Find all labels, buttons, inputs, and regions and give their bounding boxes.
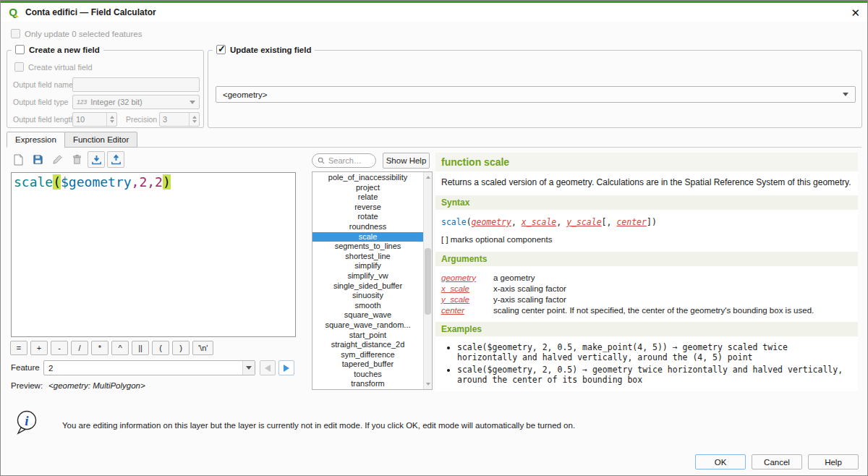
export-expressions-button[interactable]	[107, 151, 124, 168]
function-list-item[interactable]: simplify	[312, 261, 423, 271]
operator-button[interactable]: ||	[132, 341, 149, 355]
chevron-down-icon	[246, 366, 252, 370]
existing-field-value: <geometry>	[223, 90, 267, 99]
syntax-token: scale	[441, 217, 467, 227]
function-list-item[interactable]: tapered_buffer	[312, 360, 423, 370]
operator-button[interactable]: (	[152, 341, 169, 355]
output-field-name-label: Output field name	[13, 80, 73, 89]
argument-description: a geometry	[493, 272, 814, 283]
import-expressions-button[interactable]	[88, 151, 105, 168]
expression-token: ,	[147, 174, 155, 190]
function-list-item[interactable]: reverse	[312, 203, 423, 213]
argument-name: geometry	[441, 272, 493, 283]
function-list-item[interactable]: touches	[312, 370, 423, 380]
ok-button[interactable]: OK	[695, 454, 746, 469]
output-field-length-spinner: 10	[72, 112, 117, 127]
function-list-item[interactable]: sinuosity	[312, 291, 423, 301]
function-list-item[interactable]: square_wave_random...	[312, 320, 423, 331]
function-list-item[interactable]: square_wave	[312, 310, 423, 320]
argument-row: x_scalex-axis scaling factor	[441, 283, 814, 294]
window-title: Conta edifici — Field Calculator	[25, 7, 156, 17]
operator-button[interactable]: -	[51, 341, 68, 355]
create-new-field-checkbox[interactable]	[15, 45, 25, 54]
expression-editor[interactable]: scale($geometry,2,2)	[11, 172, 296, 337]
function-list-item[interactable]: smooth	[312, 301, 423, 311]
syntax-token: ]	[647, 217, 652, 227]
only-update-selected-row: Only update 0 selected features	[11, 29, 142, 38]
function-items: pole_of_inaccessibilityprojectrelatereve…	[312, 173, 423, 389]
operator-button[interactable]: =	[10, 341, 27, 355]
edit-mode-warning: You are editing information on this laye…	[62, 421, 575, 430]
function-list-item[interactable]: straight_distance_2d	[312, 340, 423, 350]
expression-token: (	[53, 174, 61, 190]
scrollbar-up-icon[interactable]	[424, 173, 432, 182]
syntax-token: x_scale	[522, 217, 556, 227]
help-button[interactable]: Help	[808, 454, 859, 469]
dialog-buttons: OK Cancel Help	[695, 454, 859, 469]
function-list-item[interactable]: scale	[312, 232, 423, 242]
feature-label: Feature	[11, 363, 40, 372]
function-list-item[interactable]: transform	[312, 379, 423, 389]
feature-select[interactable]: 2	[43, 360, 255, 375]
argument-name: x_scale	[441, 283, 493, 294]
search-icon	[318, 157, 325, 164]
edit-expression-button	[48, 151, 66, 168]
field-calculator-dialog: Q Conta edifici — Field Calculator ✕ Onl…	[0, 0, 868, 476]
function-list-item[interactable]: relate	[312, 192, 423, 203]
output-field-type-select: 123 Integer (32 bit)	[72, 95, 200, 109]
existing-field-select[interactable]: <geometry>	[216, 86, 856, 103]
tab-function-editor[interactable]: Function Editor	[64, 132, 137, 148]
operator-button[interactable]: /	[71, 341, 88, 355]
function-list-item[interactable]: pole_of_inaccessibility	[312, 173, 423, 183]
svg-text:i: i	[25, 413, 29, 428]
search-placeholder: Search…	[328, 156, 362, 165]
output-field-length-label: Output field length	[13, 115, 75, 124]
expression-token: )	[163, 174, 171, 190]
preview-value: <geometry: MultiPolygon>	[48, 381, 145, 390]
function-list-item[interactable]: project	[312, 183, 423, 193]
feature-row: Feature 2	[11, 360, 300, 375]
only-update-selected-label: Only update 0 selected features	[25, 30, 142, 38]
function-list-item[interactable]: roundness	[312, 222, 423, 232]
function-list-item[interactable]: single_sided_buffer	[312, 281, 423, 292]
close-icon[interactable]: ✕	[851, 7, 860, 18]
operator-button[interactable]: *	[91, 341, 109, 355]
tab-expression[interactable]: Expression	[7, 132, 65, 148]
spinner-arrows-icon	[106, 113, 116, 126]
scrollbar-down-icon[interactable]	[424, 380, 432, 388]
new-expression-button[interactable]	[9, 151, 27, 168]
next-feature-button[interactable]	[278, 360, 294, 375]
function-list-item[interactable]: start_point	[312, 331, 423, 341]
function-list-scrollbar[interactable]	[423, 172, 432, 389]
example-item: scale($geometry, 2, 0.5, make_point(4, 5…	[457, 342, 852, 362]
save-expression-button[interactable]	[29, 151, 46, 168]
show-help-button[interactable]: Show Help	[383, 153, 430, 169]
function-list-item[interactable]: rotate	[312, 212, 423, 222]
feature-select-dropdown[interactable]	[242, 361, 255, 375]
function-list-item[interactable]: sym_difference	[312, 350, 423, 360]
examples-heading: Examples	[435, 322, 858, 336]
update-existing-field-title: Update existing field	[213, 45, 315, 54]
create-new-field-group: Create a new field Create virtual field …	[7, 50, 204, 128]
function-list-item[interactable]: shortest_line	[312, 252, 423, 262]
function-list-item[interactable]: segments_to_lines	[312, 242, 423, 252]
operator-button[interactable]: ^	[111, 341, 129, 355]
expression-text: scale($geometry,2,2)	[14, 174, 293, 190]
output-field-type-label: Output field type	[13, 98, 68, 106]
trash-icon	[72, 154, 82, 165]
expression-toolbar	[9, 151, 124, 168]
save-icon	[33, 154, 43, 165]
precision-spinner: 3	[159, 112, 200, 127]
precision-value: 3	[160, 113, 189, 126]
operator-button[interactable]: )	[172, 341, 190, 355]
expression-token: ,	[132, 174, 140, 190]
operator-button[interactable]: +	[30, 341, 48, 355]
operator-button[interactable]: '\n'	[192, 341, 213, 355]
function-list-item[interactable]: simplify_vw	[312, 271, 423, 281]
scrollbar-thumb[interactable]	[425, 248, 431, 315]
help-description: Returns a scaled version of a geometry. …	[435, 171, 858, 189]
titlebar: Q Conta edifici — Field Calculator ✕	[1, 3, 867, 22]
cancel-button[interactable]: Cancel	[752, 454, 802, 469]
update-existing-field-checkbox[interactable]	[216, 45, 226, 54]
search-input[interactable]: Search…	[312, 153, 376, 168]
